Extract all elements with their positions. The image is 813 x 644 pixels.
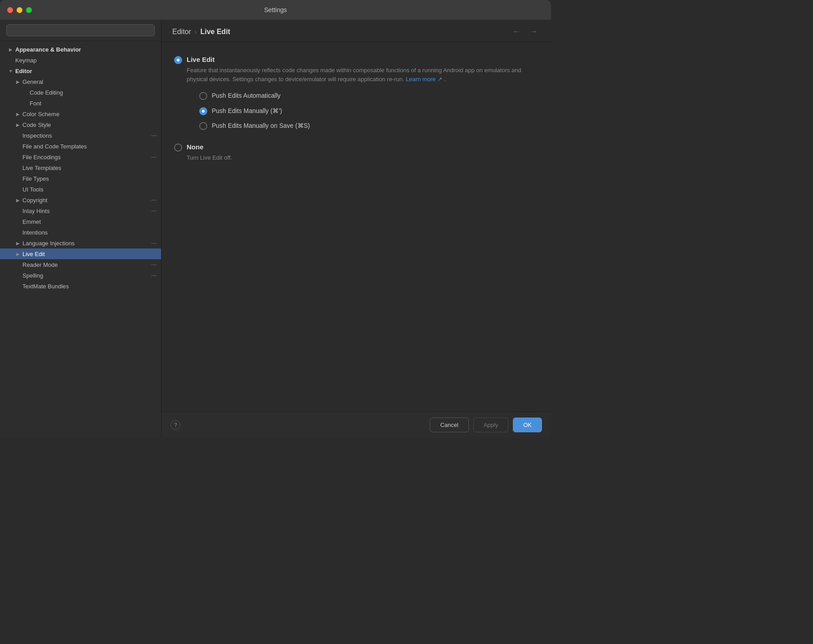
sidebar-item-copyright[interactable]: Copyright — bbox=[0, 195, 161, 205]
push-auto-label: Push Edits Automatically bbox=[212, 91, 280, 100]
none-option: None Turn Live Edit off. bbox=[174, 140, 538, 165]
sidebar-item-general[interactable]: General bbox=[0, 76, 161, 87]
push-manually-radio[interactable] bbox=[199, 107, 207, 115]
sidebar-item-spelling[interactable]: Spelling — bbox=[0, 270, 161, 281]
live-edit-description: Feature that instantaneously reflects co… bbox=[187, 66, 538, 83]
sidebar-item-intentions[interactable]: Intentions bbox=[0, 227, 161, 238]
sidebar-item-inlay-hints[interactable]: Inlay Hints — bbox=[0, 205, 161, 216]
sidebar-item-label: File and Code Templates bbox=[22, 143, 87, 150]
sidebar-item-label: Reader Mode bbox=[22, 261, 58, 268]
sidebar-item-reader-mode[interactable]: Reader Mode — bbox=[0, 259, 161, 270]
sidebar-item-language-injections[interactable]: Language Injections — bbox=[0, 238, 161, 248]
dash-icon: — bbox=[150, 272, 157, 279]
search-container: 🔍 bbox=[0, 20, 161, 41]
ok-button[interactable]: OK bbox=[513, 418, 542, 432]
apply-button[interactable]: Apply bbox=[473, 418, 509, 432]
close-button[interactable] bbox=[7, 7, 13, 13]
sidebar-item-label: Intentions bbox=[22, 229, 48, 236]
sidebar-item-keymap[interactable]: Keymap bbox=[0, 55, 161, 65]
push-save-label: Push Edits Manually on Save (⌘S) bbox=[212, 122, 310, 131]
sidebar-item-file-encodings[interactable]: File Encodings — bbox=[0, 152, 161, 162]
help-button[interactable]: ? bbox=[170, 420, 180, 430]
push-save-radio[interactable] bbox=[199, 122, 207, 130]
sidebar-item-label: Live Templates bbox=[22, 165, 61, 171]
push-auto-radio[interactable] bbox=[199, 92, 207, 100]
content-area: Editor › Live Edit ← → Live Edit Feature… bbox=[162, 20, 551, 438]
sidebar-item-inspections[interactable]: Inspections — bbox=[0, 130, 161, 141]
sidebar-item-file-types[interactable]: File Types bbox=[0, 173, 161, 184]
chevron-icon bbox=[7, 46, 14, 53]
content-body: Live Edit Feature that instantaneously r… bbox=[162, 42, 551, 412]
sidebar-item-label: File Types bbox=[22, 175, 49, 182]
bottom-right-buttons: Cancel Apply OK bbox=[430, 418, 542, 432]
dash-icon: — bbox=[150, 132, 157, 139]
dash-icon: — bbox=[150, 261, 157, 268]
chevron-icon bbox=[7, 67, 14, 74]
search-input[interactable] bbox=[6, 24, 155, 36]
sidebar-item-file-code-templates[interactable]: File and Code Templates bbox=[0, 141, 161, 152]
sidebar-item-label: Language Injections bbox=[22, 240, 74, 247]
main-layout: 🔍 Appearance & Behavior Keymap Editor bbox=[0, 20, 551, 438]
sidebar-item-editor[interactable]: Editor bbox=[0, 65, 161, 76]
sidebar: 🔍 Appearance & Behavior Keymap Editor bbox=[0, 20, 162, 438]
dash-icon: — bbox=[150, 153, 157, 161]
nav-back-button[interactable]: ← bbox=[510, 26, 523, 37]
none-label: None bbox=[187, 143, 232, 151]
sidebar-item-label: TextMate Bundles bbox=[22, 283, 69, 290]
live-edit-radio[interactable] bbox=[174, 56, 182, 64]
chevron-icon bbox=[14, 110, 22, 117]
title-bar: Settings bbox=[0, 0, 551, 20]
dash-icon: — bbox=[150, 207, 157, 214]
sidebar-item-label: UI Tools bbox=[22, 186, 44, 193]
sidebar-item-font[interactable]: Font bbox=[0, 98, 161, 109]
sidebar-item-label: Font bbox=[30, 100, 41, 107]
live-edit-content: Live Edit Feature that instantaneously r… bbox=[187, 56, 538, 133]
search-wrapper: 🔍 bbox=[6, 24, 155, 36]
sidebar-tree: Appearance & Behavior Keymap Editor Gene… bbox=[0, 41, 161, 438]
push-save-option: Push Edits Manually on Save (⌘S) bbox=[199, 119, 538, 133]
push-manually-option: Push Edits Manually (⌘') bbox=[199, 104, 538, 118]
sidebar-item-label: Live Edit bbox=[22, 251, 45, 257]
minimize-button[interactable] bbox=[17, 7, 22, 13]
breadcrumb-current: Live Edit bbox=[200, 28, 230, 36]
window-controls bbox=[7, 7, 32, 13]
sidebar-item-color-scheme[interactable]: Color Scheme bbox=[0, 109, 161, 119]
none-description: Turn Live Edit off. bbox=[187, 153, 232, 162]
chevron-icon bbox=[14, 250, 22, 257]
sidebar-item-appearance[interactable]: Appearance & Behavior bbox=[0, 44, 161, 55]
nav-forward-button[interactable]: → bbox=[527, 26, 540, 37]
learn-more-link[interactable]: Learn more ↗ bbox=[406, 76, 442, 83]
sidebar-item-label: Editor bbox=[15, 68, 32, 74]
bottom-bar: ? Cancel Apply OK bbox=[162, 412, 551, 438]
sub-radio-group: Push Edits Automatically Push Edits Manu… bbox=[187, 89, 538, 133]
sidebar-item-label: Color Scheme bbox=[22, 111, 59, 117]
nav-buttons: ← → bbox=[510, 26, 540, 37]
sidebar-item-label: Code Editing bbox=[30, 89, 63, 96]
sidebar-item-code-editing[interactable]: Code Editing bbox=[0, 87, 161, 98]
breadcrumb-separator: › bbox=[195, 28, 197, 35]
window-title: Settings bbox=[264, 6, 287, 13]
cancel-button[interactable]: Cancel bbox=[430, 418, 468, 432]
sidebar-item-textmate-bundles[interactable]: TextMate Bundles bbox=[0, 281, 161, 292]
breadcrumb-parent: Editor bbox=[172, 28, 191, 36]
sidebar-item-label: Inlay Hints bbox=[22, 208, 50, 214]
none-content: None Turn Live Edit off. bbox=[187, 143, 232, 162]
maximize-button[interactable] bbox=[26, 7, 32, 13]
sidebar-item-ui-tools[interactable]: UI Tools bbox=[0, 184, 161, 195]
none-radio[interactable] bbox=[174, 144, 182, 152]
chevron-icon bbox=[14, 196, 22, 204]
sidebar-item-label: General bbox=[22, 78, 43, 85]
sidebar-item-label: Spelling bbox=[22, 272, 43, 279]
sidebar-item-live-edit[interactable]: Live Edit bbox=[0, 248, 161, 259]
sidebar-item-live-templates[interactable]: Live Templates bbox=[0, 162, 161, 173]
push-auto-option: Push Edits Automatically bbox=[199, 89, 538, 103]
sidebar-item-label: Inspections bbox=[22, 132, 52, 139]
chevron-icon bbox=[14, 121, 22, 128]
dash-icon: — bbox=[150, 239, 157, 247]
sidebar-item-code-style[interactable]: Code Style bbox=[0, 119, 161, 130]
sidebar-item-emmet[interactable]: Emmet bbox=[0, 216, 161, 227]
breadcrumb: Editor › Live Edit bbox=[172, 28, 230, 36]
push-manually-label: Push Edits Manually (⌘') bbox=[212, 107, 282, 116]
sidebar-item-label: File Encodings bbox=[22, 154, 61, 161]
live-edit-main-option: Live Edit Feature that instantaneously r… bbox=[174, 53, 538, 136]
